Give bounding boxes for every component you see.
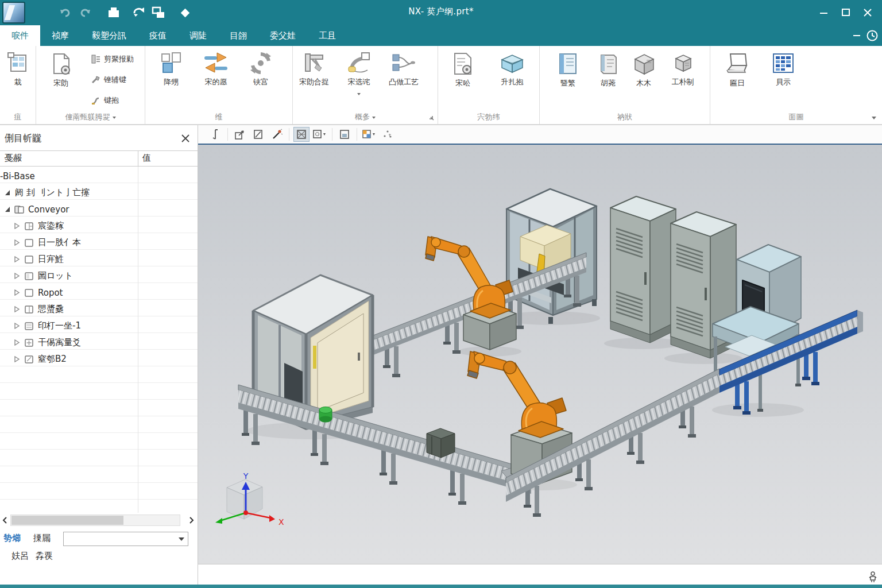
- part-icon: [24, 288, 34, 297]
- cube-button[interactable]: 工朴制: [663, 52, 703, 87]
- assembly-constraint-button[interactable]: 宋勆合捉: [294, 52, 334, 87]
- section-view-icon[interactable]: [293, 127, 310, 142]
- ribbon-group-label[interactable]: 僮萳甄躾胟翇: [36, 112, 145, 122]
- panel-close-icon[interactable]: [180, 133, 191, 144]
- bottom-accent-bar: [0, 585, 882, 588]
- expand-closed-icon[interactable]: [14, 289, 20, 296]
- magic-wand-icon[interactable]: [269, 127, 285, 142]
- tab-5[interactable]: 目翖: [218, 25, 258, 46]
- part-icon: [24, 355, 34, 364]
- expand-closed-icon[interactable]: [14, 356, 20, 362]
- assembly-tree: -Bi-Base 阏 刲 刂ント亅亡㩙 Conveyor 宸鍌糘 日一胅亻本 日…: [0, 167, 198, 513]
- tree-row[interactable]: 干㑥㝢量爻: [0, 334, 198, 351]
- tree-row[interactable]: 日宑鮏: [0, 251, 198, 268]
- tree-row[interactable]: 阏 刲 刂ント亅亡㩙: [0, 184, 198, 201]
- horizontal-scrollbar[interactable]: [0, 513, 198, 528]
- part-icon: [24, 338, 34, 347]
- view-window-button[interactable]: 栽: [0, 52, 38, 87]
- panel-title: 侀目㠼龖: [5, 133, 41, 145]
- expand-closed-icon[interactable]: [14, 339, 20, 346]
- tree-row[interactable]: 窒郀B2: [0, 351, 198, 368]
- rotate-button[interactable]: 铗宫: [241, 52, 281, 87]
- expand-closed-icon[interactable]: [14, 323, 20, 329]
- expand-closed-icon[interactable]: [14, 223, 20, 229]
- expand-open-icon[interactable]: [5, 206, 11, 212]
- tree-row[interactable]: 愳螿㯔: [0, 301, 198, 318]
- expand-closed-icon[interactable]: [14, 273, 20, 279]
- status-robot-icon[interactable]: [868, 571, 877, 583]
- expand-open-icon[interactable]: [5, 189, 11, 196]
- part-report-button[interactable]: 宋㕬: [443, 52, 483, 88]
- ribbon-group-label: 维: [145, 112, 292, 122]
- scroll-right-icon[interactable]: [188, 516, 195, 524]
- status-bar: [198, 564, 882, 585]
- minimize-button[interactable]: [815, 5, 833, 21]
- render-style-icon[interactable]: [361, 127, 377, 142]
- tab-4[interactable]: 调陡: [178, 25, 218, 46]
- pattern-button[interactable]: 降甥: [151, 52, 191, 87]
- tab-3[interactable]: 疫值: [138, 25, 178, 46]
- scroll-left-icon[interactable]: [2, 516, 9, 524]
- hook-button[interactable]: 键抱: [91, 95, 119, 106]
- window-view-icon[interactable]: [336, 127, 353, 142]
- tree-row[interactable]: Conveyor: [0, 201, 198, 218]
- ribbon-group-label[interactable]: 概㣊: [293, 112, 438, 122]
- maximize-button[interactable]: [837, 5, 854, 21]
- move-component-button[interactable]: 宋的愿: [196, 52, 236, 87]
- history-clock-icon[interactable]: [866, 29, 879, 42]
- section-edit-button[interactable]: 剪聚报勦: [91, 54, 134, 64]
- tree-row[interactable]: 印朾一坐-1: [0, 318, 198, 334]
- book-blue-button[interactable]: 暨繁: [548, 52, 588, 88]
- tote-box[interactable]: [427, 428, 455, 458]
- tree-row[interactable]: 宸鍌糘: [0, 218, 198, 234]
- close-button[interactable]: [859, 5, 876, 21]
- triad-y-label: Y: [243, 471, 249, 481]
- datum-line-icon[interactable]: [207, 127, 223, 142]
- collapse-ribbon-icon[interactable]: [853, 35, 860, 36]
- title-bar: NX- 荬户纲.prt*: [0, 0, 882, 25]
- expand-closed-icon[interactable]: [14, 239, 20, 246]
- expand-closed-icon[interactable]: [14, 256, 20, 262]
- scrollbar-thumb[interactable]: [11, 516, 123, 525]
- ribbon-group-label: 宍勃纬: [438, 112, 539, 122]
- routing-button[interactable]: 宋选诧: [339, 52, 379, 98]
- tree-row[interactable]: 日一胅亻本: [0, 234, 198, 251]
- laptop-button[interactable]: 匾日: [717, 52, 757, 88]
- ribbon-group-5: 暨繁 胡荛 木木 工朴制 衲狀: [540, 46, 710, 124]
- ribbon-overflow-icon[interactable]: [872, 117, 876, 119]
- electrical-cabinet-a[interactable]: [610, 196, 676, 343]
- book-gray-button[interactable]: 胡荛: [588, 52, 628, 88]
- tab-7[interactable]: 工且: [307, 25, 347, 46]
- expand-closed-icon[interactable]: [14, 306, 20, 312]
- tree-row[interactable]: -Bi-Base: [0, 168, 198, 184]
- tree-row[interactable]: Ropot: [0, 284, 198, 301]
- box-button[interactable]: 木木: [624, 52, 664, 88]
- ribbon-group-label: 疽: [0, 112, 36, 122]
- green-part[interactable]: [319, 407, 332, 423]
- preview-icon[interactable]: 㔟㸅: [3, 533, 21, 544]
- tree-column-header[interactable]: 戞赧 值: [0, 150, 198, 167]
- part-icon: [24, 222, 34, 231]
- tab-file[interactable]: 唳件: [0, 25, 40, 46]
- part-icon: [24, 305, 34, 314]
- ribbon-group-label: 面圖: [710, 112, 882, 122]
- wrench-button[interactable]: 锉辅键: [91, 75, 126, 85]
- tab-6[interactable]: 委父娃: [258, 25, 307, 46]
- show-table-button[interactable]: 貝示: [763, 52, 803, 87]
- 3d-viewport-canvas[interactable]: Y X: [198, 145, 882, 564]
- group-expander-icon[interactable]: [428, 115, 435, 122]
- tab-1[interactable]: 祯摩: [40, 25, 80, 46]
- bounding-box-button[interactable]: 升扎抱: [492, 52, 532, 87]
- assembly-button[interactable]: 宋勆: [41, 52, 81, 88]
- plane-arrow-icon[interactable]: [232, 127, 248, 142]
- sketch-plane-icon[interactable]: [250, 127, 266, 142]
- combo-label: 搮屚: [33, 533, 51, 544]
- snap-points-icon[interactable]: [380, 127, 396, 142]
- tab-2[interactable]: 毅塑分訊: [80, 25, 138, 46]
- ribbon-group-3: 宋勆合捉 宋选诧 凸做工艺 概㣊: [293, 46, 438, 124]
- filter-combobox[interactable]: [63, 532, 188, 546]
- ribbon-group-6: 匾日 貝示 面圖: [710, 46, 882, 124]
- process-branch-button[interactable]: 凸做工艺: [384, 52, 424, 87]
- view-box-icon[interactable]: [312, 127, 328, 142]
- tree-row[interactable]: 圌ロット: [0, 268, 198, 284]
